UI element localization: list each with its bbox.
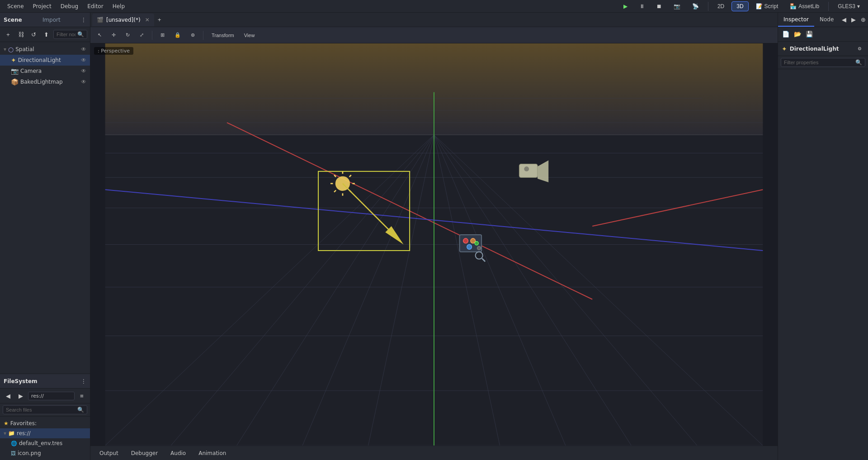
import-label[interactable]: Import <box>42 17 61 23</box>
menu-help[interactable]: Help <box>109 2 128 10</box>
assetlib-icon: 🏪 <box>790 3 797 9</box>
refresh-button[interactable]: ↺ <box>28 29 39 40</box>
filter-properties-input[interactable] <box>784 60 854 65</box>
inspector-history-back[interactable]: ◀ <box>839 15 849 25</box>
right-panel: Inspector Node ◀ ▶ ⊕ 📄 📂 💾 ✦ Directional… <box>778 13 868 460</box>
scene-panel-title: Scene <box>4 17 22 23</box>
filesystem-nav: ◀ ▶ res:// ≡ <box>0 389 90 403</box>
fs-layout-button[interactable]: ≡ <box>76 390 87 401</box>
filter-nodes-box: 🔍 <box>53 30 87 39</box>
menu-debug[interactable]: Debug <box>57 2 82 10</box>
pause-button[interactable]: ⏸ <box>635 2 649 11</box>
play-button[interactable]: ▶ <box>619 2 632 11</box>
filesystem-panel-header: FileSystem ⋮ <box>0 374 90 389</box>
select-mode-button[interactable]: ↖ <box>94 31 105 39</box>
3d-button[interactable]: 3D <box>731 1 748 11</box>
baked-tree-icon: 📦 <box>11 78 19 85</box>
scale-mode-button[interactable]: ⤢ <box>136 31 147 39</box>
remote-icon: 📡 <box>692 3 699 9</box>
directionallight-eye-icon[interactable]: 👁 <box>81 57 86 63</box>
fs-back-button[interactable]: ◀ <box>3 390 14 401</box>
vp-sep2 <box>203 31 203 40</box>
spatial-icon: ○ <box>8 46 14 53</box>
scene-panel-menu-icon[interactable]: ⋮ <box>81 17 86 23</box>
new-script-icon[interactable]: 📄 <box>781 29 791 39</box>
menu-editor[interactable]: Editor <box>84 2 107 10</box>
filesystem-search: 🔍 <box>0 403 90 417</box>
fs-search-icon: 🔍 <box>77 407 84 413</box>
filesystem-panel: FileSystem ⋮ ◀ ▶ res:// ≡ 🔍 ★ Favorites: <box>0 374 90 460</box>
node-settings-icon[interactable]: ⚙ <box>854 44 864 54</box>
fs-item-default-env[interactable]: 🌐 default_env.tres <box>0 438 90 448</box>
svg-point-49 <box>477 247 481 250</box>
renderer-button[interactable]: GLES3 ▾ <box>833 2 864 11</box>
add-node-button[interactable]: + <box>3 29 14 40</box>
add-tab-button[interactable]: + <box>155 15 164 24</box>
viewport-toolbar: ↖ ✛ ↻ ⤢ ⊞ 🔒 ⊛ <box>90 27 778 43</box>
filesystem-title: FileSystem <box>4 378 38 384</box>
filesystem-menu-icon[interactable]: ⋮ <box>81 378 86 384</box>
lock-button[interactable]: 🔒 <box>171 31 184 39</box>
bakedlightmap-eye-icon[interactable]: 👁 <box>81 79 86 85</box>
bottom-tab-debugger[interactable]: Debugger <box>126 448 163 458</box>
tree-item-camera[interactable]: 📷 Camera 👁 <box>0 66 90 76</box>
inspector-tab[interactable]: Inspector <box>778 13 814 27</box>
rotate-icon: ↻ <box>126 32 130 38</box>
fs-favorites-header[interactable]: ★ Favorites: <box>0 418 90 428</box>
viewport-tab-label: [unsaved](*) <box>106 17 141 23</box>
viewport-tab-unsaved[interactable]: 🎬 [unsaved](*) ✕ <box>92 14 154 26</box>
close-tab-icon[interactable]: ✕ <box>145 17 150 23</box>
scene-file-icon: 🎬 <box>97 17 104 23</box>
add-instance-button[interactable]: ⛓ <box>15 29 26 40</box>
menu-project[interactable]: Project <box>29 2 55 10</box>
bakedlightmap-label: BakedLightmap <box>20 79 79 85</box>
spatial-eye-icon[interactable]: 👁 <box>81 46 86 52</box>
bottom-tab-animation[interactable]: Animation <box>193 448 231 458</box>
stop-icon: ⏹ <box>656 3 662 9</box>
viewport-3d[interactable]: : Perspective <box>90 43 778 446</box>
view-button[interactable]: View <box>241 31 259 39</box>
folder-icon: 📁 <box>8 430 15 436</box>
bottom-tab-audio[interactable]: Audio <box>165 448 191 458</box>
script-button[interactable]: 📝 Script <box>751 2 783 11</box>
tree-item-bakedlightmap[interactable]: 📦 BakedLightmap 👁 <box>0 76 90 87</box>
move-mode-button[interactable]: ✛ <box>108 31 119 39</box>
move-up-button[interactable]: ⬆ <box>41 29 52 40</box>
filter-nodes-input[interactable] <box>57 32 75 37</box>
selected-node-icon: ✦ <box>782 45 787 52</box>
inspector-tabs: Inspector Node ◀ ▶ ⊕ <box>778 13 868 27</box>
inspector-filter-btn[interactable]: ⊕ <box>859 15 868 25</box>
move-icon: ✛ <box>112 32 116 38</box>
transform-button[interactable]: Transform <box>208 31 238 39</box>
inspector-history-forward[interactable]: ▶ <box>849 15 859 25</box>
rotate-mode-button[interactable]: ↻ <box>122 31 133 39</box>
image-file-icon: 🖼 <box>11 451 16 456</box>
lock-icon: 🔒 <box>175 32 181 38</box>
camera-eye-icon[interactable]: 👁 <box>81 68 86 74</box>
local-coords-button[interactable]: ⊛ <box>187 31 198 39</box>
fs-search-input[interactable] <box>6 407 75 413</box>
fs-item-res[interactable]: ▾ 📁 res:// <box>0 428 90 438</box>
spatial-label: Spatial <box>15 46 79 52</box>
favorites-label: Favorites: <box>10 420 37 427</box>
menu-scene[interactable]: Scene <box>4 2 28 10</box>
node-tab[interactable]: Node <box>814 13 839 27</box>
stop-button[interactable]: ⏹ <box>652 2 666 11</box>
bottom-panel: Output Debugger Audio Animation <box>90 446 778 460</box>
fs-item-icon-png[interactable]: 🖼 icon.png <box>0 448 90 458</box>
camera-button[interactable]: 📷 <box>669 2 685 11</box>
save-icon[interactable]: 💾 <box>804 29 814 39</box>
play-icon: ▶ <box>623 3 627 9</box>
remote-button[interactable]: 📡 <box>688 2 703 11</box>
grid-snap-button[interactable]: ⊞ <box>157 31 168 39</box>
tree-item-directionallight[interactable]: ✦ DirectionalLight 👁 <box>0 55 90 66</box>
open-script-icon[interactable]: 📂 <box>793 29 802 39</box>
tree-item-spatial[interactable]: ▾ ○ Spatial 👁 <box>0 44 90 55</box>
fs-forward-button[interactable]: ▶ <box>15 390 26 401</box>
select-icon: ↖ <box>98 32 102 38</box>
bottom-tab-output[interactable]: Output <box>94 448 124 458</box>
svg-point-45 <box>463 238 468 243</box>
camera-label: Camera <box>20 68 79 74</box>
assetlib-button[interactable]: 🏪 AssetLib <box>785 2 824 11</box>
2d-button[interactable]: 2D <box>713 2 729 11</box>
